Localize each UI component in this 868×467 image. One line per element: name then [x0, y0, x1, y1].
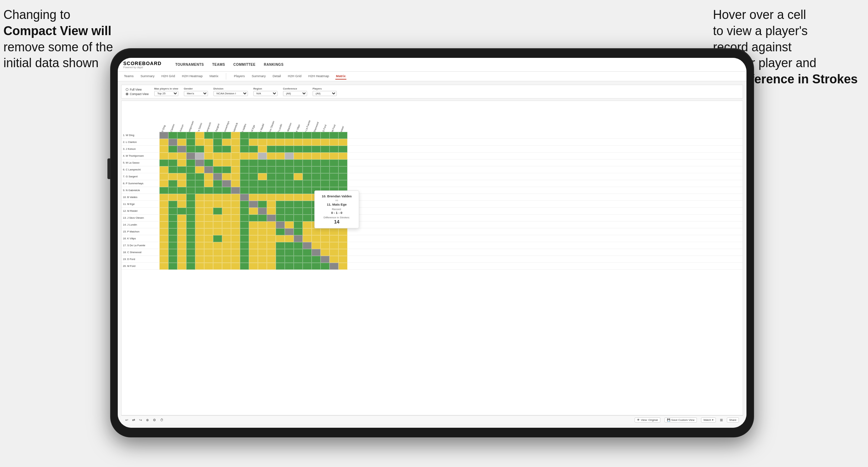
- cell-8-15[interactable]: [294, 187, 303, 194]
- cell-3-19[interactable]: [330, 153, 338, 159]
- cell-16-19[interactable]: [330, 242, 338, 249]
- cell-0-11[interactable]: [258, 132, 267, 139]
- cell-4-3[interactable]: [186, 159, 195, 166]
- cell-1-20[interactable]: [338, 139, 347, 146]
- cell-19-10[interactable]: [249, 263, 258, 270]
- cell-19-5[interactable]: [204, 263, 213, 270]
- cell-18-8[interactable]: [231, 256, 240, 263]
- cell-10-0[interactable]: [159, 201, 168, 208]
- cell-10-13[interactable]: [276, 201, 285, 208]
- cell-4-1[interactable]: [168, 159, 177, 166]
- cell-1-17[interactable]: [312, 139, 321, 146]
- cell-1-5[interactable]: [204, 139, 213, 146]
- cell-2-6[interactable]: [213, 146, 222, 153]
- cell-12-13[interactable]: [276, 215, 285, 221]
- cell-18-17[interactable]: [312, 256, 321, 263]
- cell-5-9[interactable]: [240, 166, 249, 173]
- share-btn[interactable]: Share: [727, 417, 739, 423]
- cell-10-10[interactable]: [249, 201, 258, 208]
- cell-9-12[interactable]: [267, 194, 276, 201]
- full-view-option[interactable]: Full View: [126, 88, 149, 91]
- cell-7-8[interactable]: [231, 180, 240, 187]
- cell-13-4[interactable]: [195, 221, 204, 228]
- cell-0-5[interactable]: [204, 132, 213, 139]
- cell-10-6[interactable]: [213, 201, 222, 208]
- cell-5-15[interactable]: [294, 166, 303, 173]
- cell-4-0[interactable]: [159, 159, 168, 166]
- nav-tournaments[interactable]: TOURNAMENTS: [175, 62, 204, 67]
- full-view-radio[interactable]: [126, 88, 128, 91]
- cell-0-7[interactable]: [222, 132, 231, 139]
- cell-18-5[interactable]: [204, 256, 213, 263]
- cell-15-17[interactable]: [312, 235, 321, 242]
- cell-14-10[interactable]: [249, 228, 258, 235]
- cell-1-13[interactable]: [276, 139, 285, 146]
- cell-7-19[interactable]: [330, 180, 338, 187]
- cell-5-16[interactable]: [303, 166, 312, 173]
- cell-15-11[interactable]: [258, 235, 267, 242]
- cell-1-16[interactable]: [303, 139, 312, 146]
- cell-11-9[interactable]: [240, 208, 249, 215]
- cell-5-20[interactable]: [338, 166, 347, 173]
- cell-10-9[interactable]: [240, 201, 249, 208]
- cell-11-6[interactable]: [213, 208, 222, 215]
- cell-18-6[interactable]: [213, 256, 222, 263]
- cell-14-4[interactable]: [195, 228, 204, 235]
- cell-7-9[interactable]: [240, 180, 249, 187]
- cell-15-15[interactable]: [294, 235, 303, 242]
- cell-1-10[interactable]: [249, 139, 258, 146]
- cell-19-3[interactable]: [186, 263, 195, 270]
- cell-9-7[interactable]: [222, 194, 231, 201]
- cell-2-3[interactable]: [186, 146, 195, 153]
- cell-5-12[interactable]: [267, 166, 276, 173]
- cell-0-9[interactable]: [240, 132, 249, 139]
- cell-7-16[interactable]: [303, 180, 312, 187]
- cell-0-14[interactable]: [285, 132, 294, 139]
- cell-2-19[interactable]: [330, 146, 338, 153]
- cell-7-15[interactable]: [294, 180, 303, 187]
- cell-11-11[interactable]: [258, 208, 267, 215]
- cell-13-16[interactable]: [303, 221, 312, 228]
- cell-14-6[interactable]: [213, 228, 222, 235]
- cell-13-6[interactable]: [213, 221, 222, 228]
- cell-1-1[interactable]: [168, 139, 177, 146]
- cell-19-20[interactable]: [338, 263, 347, 270]
- cell-5-5[interactable]: [204, 166, 213, 173]
- cell-0-17[interactable]: [312, 132, 321, 139]
- cell-2-8[interactable]: [231, 146, 240, 153]
- cell-17-2[interactable]: [177, 249, 186, 256]
- cell-2-20[interactable]: [338, 146, 347, 153]
- cell-10-16[interactable]: [303, 201, 312, 208]
- cell-12-8[interactable]: [231, 215, 240, 221]
- cell-2-13[interactable]: [276, 146, 285, 153]
- cell-6-6[interactable]: [213, 173, 222, 180]
- cell-8-7[interactable]: [222, 187, 231, 194]
- cell-8-13[interactable]: [276, 187, 285, 194]
- cell-12-6[interactable]: [213, 215, 222, 221]
- cell-9-1[interactable]: [168, 194, 177, 201]
- cell-4-11[interactable]: [258, 159, 267, 166]
- cell-3-6[interactable]: [213, 153, 222, 159]
- cell-17-1[interactable]: [168, 249, 177, 256]
- cell-1-4[interactable]: [195, 139, 204, 146]
- subnav-teams[interactable]: Teams: [123, 73, 134, 80]
- cell-15-12[interactable]: [267, 235, 276, 242]
- max-players-select[interactable]: Top 25: [154, 91, 178, 96]
- cell-14-1[interactable]: [168, 228, 177, 235]
- cell-18-0[interactable]: [159, 256, 168, 263]
- cell-2-10[interactable]: [249, 146, 258, 153]
- cell-15-14[interactable]: [285, 235, 294, 242]
- cell-6-14[interactable]: [285, 173, 294, 180]
- cell-0-19[interactable]: [330, 132, 338, 139]
- cell-6-18[interactable]: [321, 173, 330, 180]
- subnav-matrix2[interactable]: Matrix: [335, 73, 346, 80]
- cell-11-0[interactable]: [159, 208, 168, 215]
- cell-13-8[interactable]: [231, 221, 240, 228]
- cell-7-1[interactable]: [168, 180, 177, 187]
- cell-12-4[interactable]: [195, 215, 204, 221]
- cell-5-2[interactable]: [177, 166, 186, 173]
- cell-17-10[interactable]: [249, 249, 258, 256]
- cell-13-0[interactable]: [159, 221, 168, 228]
- cell-9-3[interactable]: [186, 194, 195, 201]
- cell-11-7[interactable]: [222, 208, 231, 215]
